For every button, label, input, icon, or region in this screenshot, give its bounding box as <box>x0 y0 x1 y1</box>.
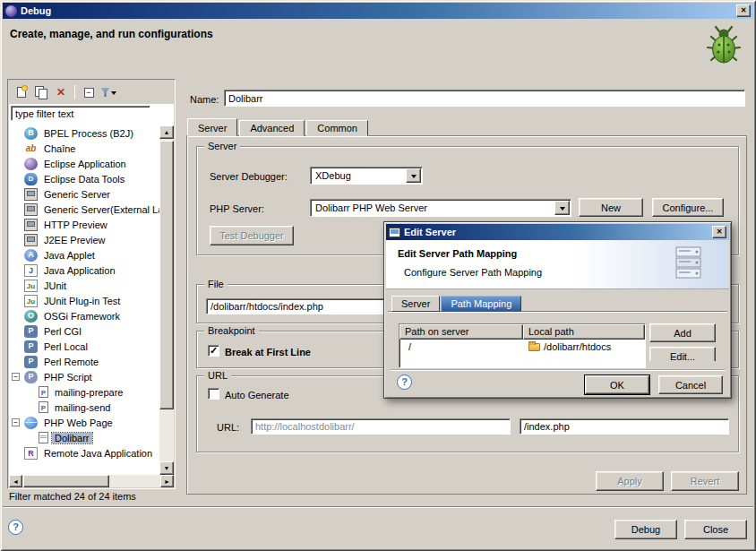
add-button[interactable]: Add <box>649 323 716 342</box>
tree-item-osgi-framework[interactable]: OSGi Framework <box>9 308 159 323</box>
page-title: Create, manage, and run configurations <box>10 28 213 40</box>
tree-item-generic-server[interactable]: Generic Server <box>9 186 159 202</box>
chevron-down-icon[interactable] <box>554 201 570 215</box>
filter-menu-button[interactable] <box>100 85 116 100</box>
local-path-text: /dolibarr/htdocs <box>544 341 611 352</box>
vertical-scrollbar[interactable]: ▲ ▼ <box>159 125 174 475</box>
duplicate-button[interactable] <box>33 85 49 100</box>
new-server-button[interactable]: New <box>579 198 643 217</box>
server-image <box>674 243 704 288</box>
bug-icon <box>702 23 745 68</box>
debug-window: Debug ✕ Create, manage, and run configur… <box>0 0 756 551</box>
tree-area: BPEL Process (B2J) Chaîne Eclipse Applic… <box>9 104 174 475</box>
test-debugger-button[interactable]: Test Debugger <box>210 226 294 245</box>
tree-item-php-script[interactable]: −PHP Script <box>9 369 159 384</box>
tree-item-junit[interactable]: JUnit <box>9 278 159 293</box>
scroll-down-button[interactable]: ▼ <box>159 461 174 475</box>
help-button[interactable]: ? <box>8 520 23 535</box>
path-mapping-table[interactable]: Path on server Local path / /dolibarr/ht… <box>399 323 646 368</box>
horizontal-scrollbar[interactable]: ◄ ► <box>9 475 174 487</box>
collapse-all-button[interactable]: − <box>81 85 97 100</box>
cancel-button[interactable]: Cancel <box>658 375 723 394</box>
filter-input[interactable] <box>11 106 150 121</box>
eclipse-debug-icon <box>5 5 17 17</box>
auto-generate-checkbox[interactable] <box>208 388 219 400</box>
revert-button[interactable]: Revert <box>671 471 739 491</box>
php-server-combo[interactable]: Dolibarr PHP Web Server <box>310 199 571 217</box>
url-path-input[interactable] <box>520 418 729 435</box>
server-group-title: Server <box>204 141 240 151</box>
window-close-button[interactable]: ✕ <box>736 4 751 17</box>
tree-item-generic-server-external[interactable]: Generic Server(External La <box>9 202 159 217</box>
vertical-scroll-thumb[interactable] <box>159 141 174 409</box>
php-web-page-icon <box>24 417 38 429</box>
breakpoint-group-title: Breakpoint <box>204 325 259 336</box>
server-dialog-icon <box>389 228 400 237</box>
configure-server-button[interactable]: Configure... <box>652 198 724 217</box>
tree-item-java-applet[interactable]: Java Applet <box>9 247 159 263</box>
collapse-expander-icon[interactable]: − <box>12 418 20 426</box>
tree-item-bpel-process[interactable]: BPEL Process (B2J) <box>9 125 159 141</box>
tree-item-perl-remote[interactable]: Perl Remote <box>9 354 159 369</box>
dialog-help-button[interactable]: ? <box>397 375 412 390</box>
tree-item-eclipse-application[interactable]: Eclipse Application <box>9 156 159 171</box>
dialog-close-button[interactable]: ✕ <box>712 226 726 238</box>
ok-button[interactable]: OK <box>585 375 649 394</box>
collapse-expander-icon[interactable]: − <box>12 373 20 381</box>
tree-item-mailing-prepare[interactable]: mailing-prepare <box>9 384 159 400</box>
url-base-input[interactable] <box>251 418 511 435</box>
tab-advanced[interactable]: Advanced <box>239 120 305 136</box>
window-titlebar[interactable]: Debug ✕ <box>3 3 753 19</box>
dialog-titlebar[interactable]: Edit Server ✕ <box>386 224 729 240</box>
tab-server[interactable]: Server <box>187 118 237 136</box>
delete-button[interactable]: ✕ <box>53 85 69 100</box>
edit-button-clip: Edit... <box>649 347 716 361</box>
tree-item-j2ee-preview[interactable]: J2EE Preview <box>9 232 159 247</box>
tree-item-php-web-page[interactable]: −PHP Web Page <box>9 415 159 430</box>
scroll-up-button[interactable]: ▲ <box>159 125 174 139</box>
apply-button[interactable]: Apply <box>596 471 664 491</box>
break-first-line-checkbox[interactable]: ✓ <box>208 345 219 357</box>
file-group-title: File <box>204 279 228 289</box>
tree-item-mailing-send[interactable]: mailing-send <box>9 400 159 415</box>
dialog-header-subtitle: Configure Server Path Mapping <box>404 267 542 278</box>
php-file-icon <box>39 401 48 413</box>
dialog-button-separator <box>390 369 726 370</box>
tab-common[interactable]: Common <box>306 120 368 136</box>
close-button[interactable]: Close <box>684 520 747 539</box>
dialog-tab-path-mapping[interactable]: Path Mapping <box>441 296 521 312</box>
server-debugger-combo[interactable]: XDebug <box>310 167 423 185</box>
tree-item-perl-local[interactable]: Perl Local <box>9 339 159 354</box>
tree-item-chaine[interactable]: Chaîne <box>9 141 159 156</box>
tree-item-http-preview[interactable]: HTTP Preview <box>9 217 159 232</box>
bpel-process-icon <box>24 127 38 140</box>
server-icon <box>24 219 38 231</box>
edit-button[interactable]: Edit... <box>649 347 716 361</box>
scroll-left-button[interactable]: ◄ <box>9 475 22 487</box>
scroll-right-button[interactable]: ► <box>160 475 174 487</box>
horizontal-scroll-thumb[interactable] <box>23 475 109 487</box>
right-arrow-icon: ► <box>164 478 170 485</box>
dialog-tab-server[interactable]: Server <box>391 296 440 312</box>
tree-item-junit-plugin-test[interactable]: JUnit Plug-in Test <box>9 293 159 308</box>
left-arrow-icon: ◄ <box>13 478 19 485</box>
column-header-local-path[interactable]: Local path <box>523 324 645 340</box>
tree-item-java-application[interactable]: Java Application <box>9 263 159 278</box>
break-first-line-label: Break at First Line <box>225 347 311 357</box>
column-header-path-on-server[interactable]: Path on server <box>399 324 523 340</box>
url-group-title: URL <box>204 370 231 381</box>
name-input[interactable] <box>224 90 745 107</box>
server-icon <box>24 203 38 216</box>
table-row[interactable]: / /dolibarr/htdocs <box>399 340 645 354</box>
config-tree-panel: ✕ − BPEL Process (B2J) Chaîne Eclipse Ap… <box>7 79 176 489</box>
string-icon <box>24 142 38 155</box>
tree-item-dolibarr[interactable]: Dolibarr <box>9 430 159 445</box>
new-configuration-button[interactable] <box>13 85 30 100</box>
chevron-down-icon[interactable] <box>406 168 421 183</box>
osgi-icon <box>24 310 38 323</box>
tree-item-eclipse-data-tools[interactable]: Eclipse Data Tools <box>9 171 159 186</box>
debug-button[interactable]: Debug <box>614 520 677 539</box>
tree-item-perl-cgi[interactable]: Perl CGI <box>9 323 159 339</box>
perl-icon <box>24 356 38 368</box>
tree-item-remote-java-application[interactable]: Remote Java Application <box>9 445 159 461</box>
